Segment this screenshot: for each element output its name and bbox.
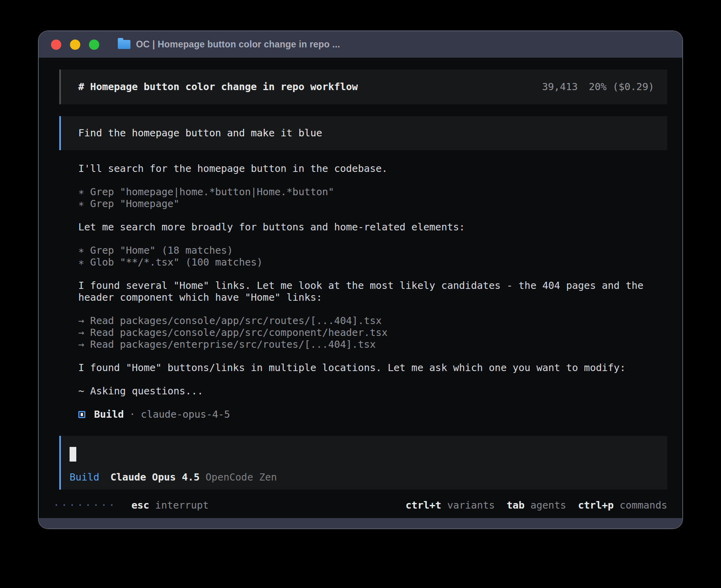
tool-call-line: ∗ Glob "**/*.tsx" (100 matches) [78,256,667,268]
shortcut-key: ctrl+t [406,499,441,511]
agent-model: claude-opus-4-5 [141,409,230,420]
shortcut-label: agents [530,499,566,511]
window-bottom-strip [39,518,682,528]
titlebar[interactable]: OC | Homepage button color change in rep… [39,31,682,58]
tool-call-line: ∗ Grep "Homepage" [78,198,667,210]
assistant-text-block: I found several "Home" links. Let me loo… [78,280,667,303]
shortcut-variants: ctrl+t variants [406,499,495,511]
assistant-text-line: I found "Home" buttons/links in multiple… [78,362,667,374]
session-cost: ($0.29) [613,81,654,93]
tool-call-block: → Read packages/console/app/src/routes/[… [78,315,667,351]
tool-call-line: → Read packages/console/app/src/routes/[… [78,315,667,327]
transcript: I'll search for the homepage button in t… [59,163,667,397]
assistant-text-block: I'll search for the homepage button in t… [78,163,667,175]
esc-key: esc [131,499,149,511]
tool-call-block: ∗ Grep "Home" (18 matches) ∗ Glob "**/*.… [78,245,667,268]
terminal-window: OC | Homepage button color change in rep… [38,30,683,529]
agent-name: Build [94,409,124,420]
user-message: Find the homepage button and make it blu… [59,116,667,150]
shortcut-commands: ctrl+p commands [578,499,667,511]
assistant-text-line: ~ Asking questions... [78,385,667,397]
assistant-text-block: ~ Asking questions... [78,385,667,397]
assistant-text-line: I found several "Home" links. Let me loo… [78,280,667,292]
shortcut-agents: tab agents [507,499,566,511]
assistant-text-block: I found "Home" buttons/links in multiple… [78,362,667,374]
spinner-dots: ········ [53,499,117,511]
token-count: 39,413 [542,81,578,93]
session-title: # Homepage button color change in repo w… [78,81,358,93]
folder-icon [118,40,130,49]
minimize-button[interactable] [70,40,80,50]
shortcut-hints: ctrl+t variants tab agents ctrl+p comman… [406,499,667,511]
desktop: OC | Homepage button color change in rep… [0,0,721,588]
user-message-text: Find the homepage button and make it blu… [78,127,322,139]
text-cursor [70,447,76,462]
status-bar: ········ esc interrupt ctrl+t variants t… [59,499,667,511]
terminal-content: # Homepage button color change in repo w… [39,58,682,518]
input-meta: Build Claude Opus 4.5 OpenCode Zen [70,471,659,483]
window-title: OC | Homepage button color change in rep… [136,39,340,50]
shortcut-label: variants [447,499,495,511]
input-provider-label: OpenCode Zen [206,471,277,483]
prompt-input[interactable]: Build Claude Opus 4.5 OpenCode Zen [59,436,667,490]
input-model-label[interactable]: Claude Opus 4.5 [110,471,200,483]
zoom-button[interactable] [89,40,99,50]
esc-hint: esc interrupt [131,499,209,511]
context-percent: 20% [589,81,606,93]
assistant-text-line: Let me search more broadly for buttons a… [78,221,667,233]
shortcut-key: tab [507,499,525,511]
agent-separator: · [129,409,135,420]
esc-label: interrupt [155,499,209,511]
tool-call-line: → Read packages/enterprise/src/routes/[.… [78,339,667,351]
assistant-text-line: I'll search for the homepage button in t… [78,163,667,175]
shortcut-key: ctrl+p [578,499,613,511]
session-header: # Homepage button color change in repo w… [59,70,667,104]
tool-call-block: ∗ Grep "homepage|home.*button|Home.*butt… [78,186,667,210]
traffic-lights [51,40,99,50]
agent-status-row: Build · claude-opus-4-5 [59,409,667,420]
assistant-text-block: Let me search more broadly for buttons a… [78,221,667,233]
input-agent-label[interactable]: Build [70,471,99,483]
tool-call-line: ∗ Grep "homepage|home.*button|Home.*butt… [78,186,667,198]
agent-status-icon [78,411,85,418]
tool-call-line: ∗ Grep "Home" (18 matches) [78,245,667,256]
close-button[interactable] [51,40,61,50]
session-stats: 39,413 20% ($0.29) [542,81,654,93]
shortcut-label: commands [620,499,667,511]
tool-call-line: → Read packages/console/app/src/componen… [78,327,667,339]
assistant-text-line: header component which have "Home" links… [78,292,667,303]
